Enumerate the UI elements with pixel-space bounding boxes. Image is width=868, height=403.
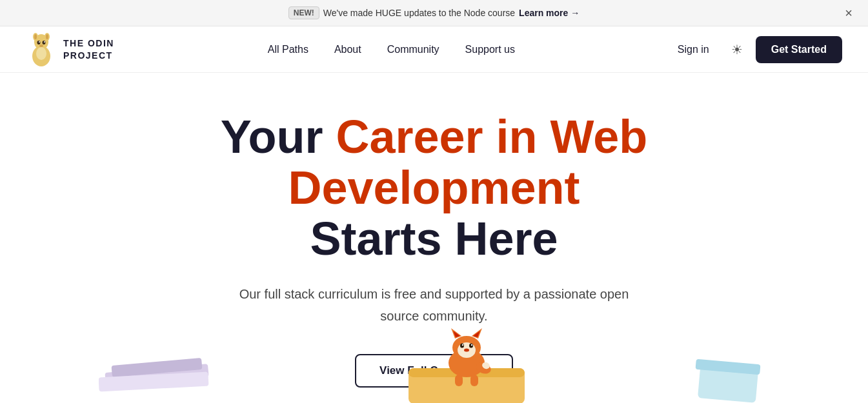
svg-point-24 [460, 343, 464, 348]
logo-text: THE ODIN PROJECT [63, 37, 114, 61]
logo-link[interactable]: THE ODIN PROJECT [26, 32, 114, 68]
svg-marker-21 [453, 331, 460, 337]
sun-icon: ☀ [731, 42, 743, 57]
sign-in-link[interactable]: Sign in [669, 39, 718, 61]
learn-more-link[interactable]: Learn more → [519, 8, 580, 18]
svg-point-7 [43, 41, 46, 44]
svg-rect-13 [111, 357, 202, 377]
hero-subtitle: Our full stack curriculum is free and su… [234, 283, 634, 327]
hero-section: Your Career in Web Development Starts He… [0, 73, 868, 403]
svg-point-25 [469, 343, 473, 348]
svg-point-5 [46, 34, 48, 39]
theme-toggle-button[interactable]: ☀ [726, 37, 748, 63]
svg-marker-22 [473, 331, 480, 337]
announcement-bar: NEW! We've made HUGE updates to the Node… [0, 0, 868, 26]
view-curriculum-button[interactable]: View Full Curriculum [355, 354, 513, 388]
svg-point-10 [39, 44, 43, 47]
svg-rect-34 [695, 359, 760, 375]
new-badge: NEW! [288, 6, 319, 19]
announcement-text: We've made HUGE updates to the Node cour… [323, 8, 515, 18]
nav-links: All Paths About Community Support us [256, 44, 527, 55]
nav-community[interactable]: Community [376, 39, 451, 60]
svg-marker-20 [472, 328, 482, 339]
svg-marker-19 [451, 328, 461, 339]
nav-about[interactable]: About [323, 39, 373, 60]
svg-point-9 [44, 41, 45, 43]
nav-all-paths[interactable]: All Paths [256, 39, 320, 60]
svg-point-6 [37, 41, 41, 44]
svg-rect-12 [105, 364, 208, 386]
hero-title: Your Career in Web Development Starts He… [79, 112, 789, 265]
svg-point-11 [36, 47, 46, 60]
close-announcement-button[interactable]: × [841, 5, 856, 21]
svg-point-27 [470, 344, 472, 345]
svg-rect-33 [697, 366, 758, 403]
logo-icon [26, 32, 57, 68]
nav-support-us[interactable]: Support us [454, 39, 527, 60]
left-decoration [99, 329, 241, 403]
right-decoration [692, 342, 770, 403]
svg-point-4 [34, 34, 37, 39]
hero-title-highlight: Career in Web Development [288, 111, 647, 213]
svg-point-28 [464, 348, 469, 351]
get-started-button[interactable]: Get Started [756, 36, 842, 63]
svg-point-26 [461, 344, 463, 345]
svg-point-8 [39, 41, 40, 43]
hero-title-part2: Starts Here [310, 213, 558, 264]
svg-rect-14 [99, 371, 208, 391]
nav-right: Sign in ☀ Get Started [669, 36, 842, 63]
navbar: THE ODIN PROJECT All Paths About Communi… [0, 26, 868, 73]
